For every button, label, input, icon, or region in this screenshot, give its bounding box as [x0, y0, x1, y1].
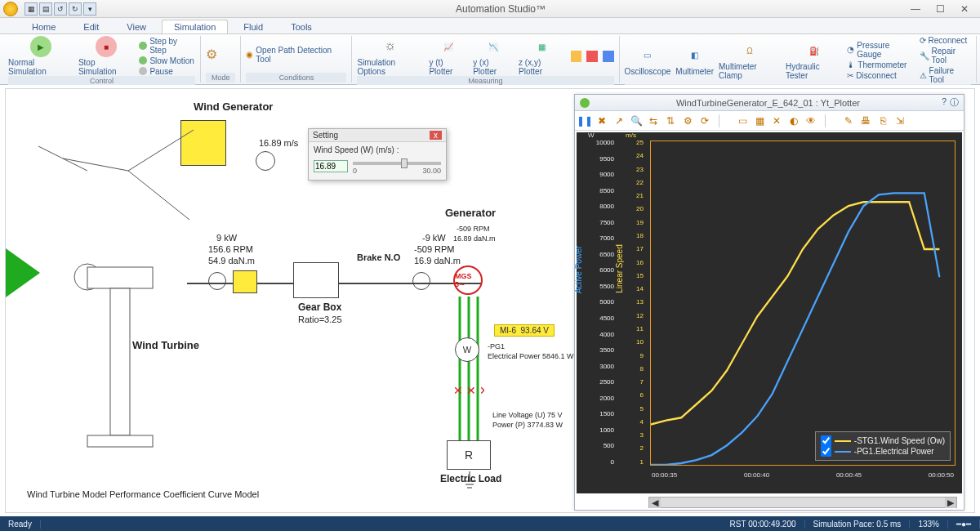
multimeter-clamp-button[interactable]: ΩMultimeter Clamp: [719, 40, 781, 80]
sim-options-button[interactable]: ⛭Simulation Options: [357, 36, 424, 76]
setting-close-button[interactable]: x: [430, 131, 442, 140]
hydraulic-tester-button[interactable]: ⛽Hydraulic Tester: [786, 40, 842, 80]
failure-button[interactable]: ⚠Failure Tool: [920, 66, 971, 84]
turbine-torque: 54.9 daN.m: [208, 256, 255, 266]
pg1-label: -PG1: [488, 342, 505, 350]
wind-turbine-drawing: [38, 122, 210, 448]
tab-simulation[interactable]: Simulation: [162, 20, 228, 33]
status-zoom[interactable]: 133%: [910, 520, 948, 529]
tool-icon[interactable]: ⇅: [664, 114, 677, 127]
ribbon-group-conditions: ◉Open Path Detection Tool Conditions: [241, 36, 352, 83]
legend-check[interactable]: [821, 435, 831, 446]
quick-access-toolbar[interactable]: ▦ ▤ ↺ ↻ ▾: [24, 2, 96, 16]
qat-icon[interactable]: ▦: [24, 2, 38, 16]
help-icon[interactable]: ?: [942, 96, 947, 109]
gear-icon[interactable]: ⚙: [681, 114, 694, 127]
coupling-icon[interactable]: [208, 272, 226, 290]
zoom-slider[interactable]: ━●━: [948, 520, 980, 529]
gear-icon[interactable]: [233, 270, 257, 293]
zoom-icon[interactable]: 🔍: [630, 114, 643, 127]
tool-icon[interactable]: ✖: [595, 114, 608, 127]
multimeter-button[interactable]: ◧Multimeter: [675, 45, 714, 76]
ribbon-group-mode: ⚙ Mode: [201, 36, 241, 83]
mode-icon[interactable]: ⚙: [206, 47, 217, 62]
disconnect-button[interactable]: ✂Disconnect: [847, 71, 914, 80]
refresh-icon[interactable]: ⟳: [698, 114, 711, 127]
y-axis-label-right: Linear Speed: [615, 244, 624, 293]
eye-icon[interactable]: 👁: [804, 114, 817, 127]
tab-edit[interactable]: Edit: [71, 20, 111, 33]
plot-scrollbar[interactable]: ◀▶: [648, 497, 957, 508]
wind-speed-input[interactable]: [314, 160, 348, 172]
repair-button[interactable]: 🔧Repair Tool: [920, 47, 971, 65]
close-button[interactable]: ✕: [954, 3, 975, 15]
tool-icon[interactable]: ↗: [612, 114, 626, 127]
svg-line-5: [38, 146, 87, 171]
normal-simulation-button[interactable]: ▶Normal Simulation: [8, 36, 74, 76]
coupling-icon[interactable]: [412, 272, 430, 290]
tab-home[interactable]: Home: [20, 20, 68, 33]
open-path-button[interactable]: ◉Open Path Detection Tool: [246, 46, 346, 64]
yt-plotter-button[interactable]: 📈y (t) Plotter: [429, 36, 468, 76]
plotter-toolbar: ❚❚ ✖ ↗ 🔍 ⇆ ⇅ ⚙ ⟳ ▭ ▦ ✕ ◐ 👁 ✎ 🖶 ⎘ ⇲: [575, 111, 964, 131]
print-icon[interactable]: 🖶: [859, 114, 872, 127]
stop-simulation-button[interactable]: ■Stop Simulation: [78, 36, 135, 76]
qat-icon[interactable]: ↻: [69, 2, 82, 16]
load-symbol[interactable]: R: [447, 440, 491, 470]
copy-icon[interactable]: ⎘: [876, 114, 889, 127]
tab-fluid[interactable]: Fluid: [231, 20, 275, 33]
legend-check[interactable]: [821, 446, 831, 457]
generator-symbol[interactable]: MGS 3∼: [453, 266, 483, 295]
qat-icon[interactable]: ▤: [39, 2, 52, 16]
setting-dialog[interactable]: Settingx Wind Speed (W) (m/s) : 030.00: [308, 128, 447, 181]
plotter-window[interactable]: WindTurbineGenerator_E_642_01 : Yt_Plott…: [574, 94, 964, 511]
tool-icon[interactable]: ▦: [753, 114, 766, 127]
qat-icon[interactable]: ▾: [83, 2, 96, 16]
chart-legend[interactable]: -STG1.Wind Speed (Ow) -PG1.Electrical Po…: [815, 431, 951, 461]
zxy-plotter-button[interactable]: ▦z (x,y) Plotter: [519, 36, 566, 76]
maximize-button[interactable]: ☐: [929, 3, 951, 15]
plot-area[interactable]: [650, 141, 956, 466]
diagram-canvas[interactable]: Wind Generator Generator Wind Turbine 16…: [5, 88, 975, 513]
gauge-icon[interactable]: [256, 151, 275, 171]
measure-icon[interactable]: [586, 51, 598, 62]
gearbox[interactable]: [293, 262, 339, 298]
ribbon-group-measuring: ⛭Simulation Options 📈y (t) Plotter 📉y (x…: [352, 36, 619, 83]
gen-torque2: 16.89 daN.m: [453, 234, 496, 243]
yx-plotter-button[interactable]: 📉y (x) Plotter: [473, 36, 514, 76]
tool-icon[interactable]: ✕: [770, 114, 783, 127]
tool-icon[interactable]: ✎: [842, 114, 855, 127]
measure-icon[interactable]: [571, 51, 582, 62]
pressure-gauge-button[interactable]: ◔Pressure Gauge: [847, 41, 914, 59]
qat-icon[interactable]: ↺: [54, 2, 67, 16]
ribbon: ▶Normal Simulation ■Stop Simulation Step…: [0, 34, 980, 85]
pause-plot-icon[interactable]: ❚❚: [578, 114, 591, 127]
tool-icon[interactable]: ⇆: [647, 114, 660, 127]
slowmotion-button[interactable]: Slow Motion: [139, 56, 195, 65]
reconnect-button[interactable]: ⟳Reconnect: [920, 36, 971, 45]
tab-tools[interactable]: Tools: [278, 20, 324, 33]
measure-icon[interactable]: [603, 51, 614, 62]
info-icon[interactable]: ⓘ: [950, 96, 959, 109]
statusbar: Ready RST 00:00:49.200 Simulation Pace: …: [0, 516, 980, 531]
tab-view[interactable]: View: [114, 20, 158, 33]
wattmeter-symbol[interactable]: W: [455, 337, 479, 362]
chart-area: Active Power Linear Speed 10000950090008…: [577, 132, 962, 493]
turbine-rpm: 156.6 RPM: [208, 244, 253, 254]
wind-speed-slider[interactable]: [353, 162, 441, 165]
minimize-button[interactable]: —: [905, 3, 926, 15]
y-axis-label-left: Active Power: [574, 246, 583, 293]
thermometer-button[interactable]: 🌡Thermometer: [847, 60, 914, 69]
tool-icon[interactable]: ◐: [787, 114, 800, 127]
wind-speed-indicator: 16.89 m/s: [259, 138, 298, 148]
label-gearbox: Gear Box: [298, 301, 341, 313]
pause-button[interactable]: Pause: [139, 67, 195, 76]
gearbox-ratio: Ratio=3.25: [298, 315, 342, 324]
line-voltage: Line Voltage (U) 75 V: [492, 411, 563, 419]
tool-icon[interactable]: ▭: [736, 114, 749, 127]
step-button[interactable]: Step by Step: [139, 37, 195, 55]
measurement-tag[interactable]: MI-6 93.64 V: [494, 324, 555, 337]
oscilloscope-button[interactable]: ▭Oscilloscope: [625, 45, 671, 76]
svg-line-2: [128, 171, 189, 220]
export-icon[interactable]: ⇲: [893, 114, 906, 127]
